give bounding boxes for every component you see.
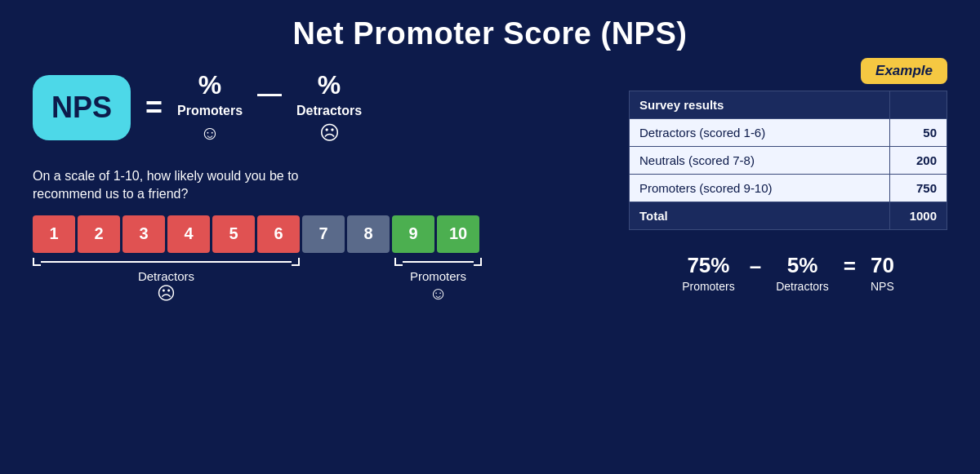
detractors-term: % Detractors ☹ [296, 70, 362, 144]
detractors-percent: % [318, 70, 341, 100]
scale-bar: 1 2 3 4 5 6 7 8 9 10 [33, 215, 612, 253]
scale-box-3: 3 [122, 215, 165, 253]
scale-question: On a scale of 1-10, how likely would you… [33, 167, 612, 204]
detractors-scale-emoji: ☹ [157, 283, 176, 304]
result-detractors-label: Detractors [776, 280, 829, 293]
promoters-emoji: ☺ [200, 122, 220, 144]
table-row: Promoters (scored 9-10) 750 [630, 175, 947, 202]
nps-badge: NPS [33, 75, 131, 140]
result-detractors: 5% Detractors [776, 253, 829, 293]
promoters-scale-label: Promoters [410, 269, 466, 283]
scale-box-5: 5 [212, 215, 255, 253]
result-promoters-label: Promoters [682, 280, 735, 293]
page-title: Net Promoter Score (NPS) [33, 16, 947, 51]
result-promoters-pct: 75% [687, 253, 729, 278]
promoters-scale-emoji: ☺ [429, 283, 447, 304]
result-nps-label: NPS [871, 280, 894, 293]
result-detractors-pct: 5% [787, 253, 818, 278]
detractors-emoji: ☹ [319, 122, 340, 144]
table-footer-row: Total 1000 [630, 202, 947, 230]
scale-box-6: 6 [257, 215, 300, 253]
scale-box-4: 4 [167, 215, 210, 253]
result-promoters: 75% Promoters [682, 253, 735, 293]
table-cell-value-0: 50 [890, 119, 947, 147]
left-panel: NPS = % Promoters ☺ — % Detractors ☹ On … [33, 66, 612, 458]
promoters-term: % Promoters ☺ [177, 70, 243, 144]
detractors-label: Detractors [296, 104, 362, 118]
table-cell-label-1: Neutrals (scored 7-8) [630, 147, 890, 175]
table-header-col2 [890, 91, 947, 119]
scale-box-2: 2 [78, 215, 120, 253]
table-cell-value-2: 750 [890, 175, 947, 202]
formula-minus: — [257, 80, 282, 108]
scale-box-10: 10 [437, 215, 479, 253]
result-equals: = [844, 254, 856, 279]
scale-box-1: 1 [33, 215, 75, 253]
nps-result-formula: 75% Promoters – 5% Detractors = 70 NPS [629, 253, 947, 293]
table-footer-value: 1000 [890, 202, 947, 230]
right-panel: Example Survey results Detractors (score… [629, 66, 947, 458]
table-cell-value-1: 200 [890, 147, 947, 175]
nps-label: NPS [51, 91, 112, 125]
table-cell-label-2: Promoters (scored 9-10) [630, 175, 890, 202]
table-header-col1: Survey results [630, 91, 890, 119]
equals-sign: = [145, 91, 163, 125]
promoters-percent: % [198, 70, 221, 100]
result-nps: 70 NPS [871, 253, 894, 293]
result-nps-value: 70 [871, 253, 894, 278]
scale-section: On a scale of 1-10, how likely would you… [33, 167, 612, 304]
scale-box-8: 8 [347, 215, 390, 253]
detractors-scale-label: Detractors [138, 269, 194, 283]
result-minus: – [750, 254, 761, 279]
table-row: Neutrals (scored 7-8) 200 [630, 147, 947, 175]
survey-table: Survey results Detractors (scored 1-6) 5… [629, 91, 947, 230]
example-badge: Example [861, 58, 947, 84]
table-cell-label-0: Detractors (scored 1-6) [630, 119, 890, 147]
promoters-label: Promoters [177, 104, 243, 118]
table-footer-label: Total [630, 202, 890, 230]
main-content: NPS = % Promoters ☺ — % Detractors ☹ On … [33, 66, 947, 458]
scale-box-9: 9 [392, 215, 434, 253]
page-container: Net Promoter Score (NPS) NPS = % Promote… [0, 0, 980, 474]
table-row: Detractors (scored 1-6) 50 [630, 119, 947, 147]
scale-box-7: 7 [302, 215, 345, 253]
formula-row: NPS = % Promoters ☺ — % Detractors ☹ [33, 70, 612, 144]
